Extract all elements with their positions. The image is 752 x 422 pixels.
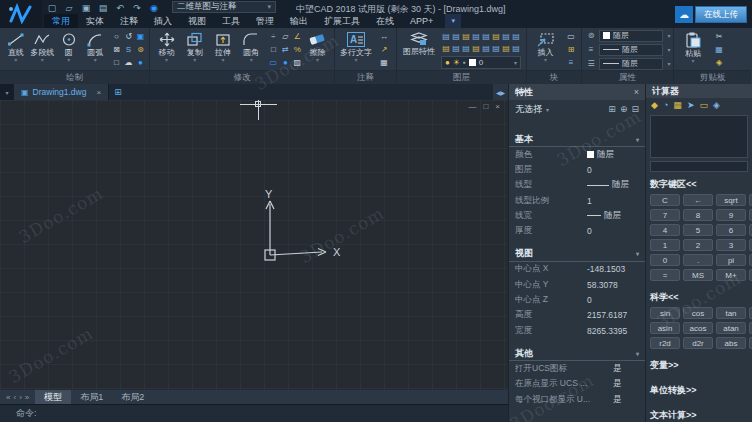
- key-sin[interactable]: sin: [650, 307, 680, 319]
- key-7[interactable]: 7: [650, 209, 680, 221]
- key-abs[interactable]: abs: [716, 337, 746, 349]
- key-9[interactable]: 9: [716, 209, 746, 221]
- layer-tool-icon[interactable]: ▤: [451, 31, 461, 43]
- close-tab-icon[interactable]: ×: [96, 88, 101, 97]
- tab-solid[interactable]: 实体: [78, 14, 112, 28]
- layer-tool-icon[interactable]: ▤: [511, 31, 521, 43]
- document-tab[interactable]: ▣ Drawing1.dwg ×: [14, 84, 109, 100]
- offset-tool-icon[interactable]: ▱: [280, 31, 291, 43]
- layer-tool-icon[interactable]: ▤: [461, 43, 471, 55]
- calc-paste-icon[interactable]: ▦: [673, 100, 682, 110]
- cloud-sync-icon[interactable]: ◉: [148, 3, 160, 13]
- command-line[interactable]: 命令:: [0, 404, 508, 422]
- copy-clip-tool-icon[interactable]: ▦: [712, 44, 726, 56]
- calc-history-icon[interactable]: ◔: [663, 100, 668, 110]
- layer-dropdown[interactable]: ● ☀ ▪ 0 ▾: [441, 56, 521, 69]
- close-icon[interactable]: ×: [634, 87, 639, 97]
- insert-block-button[interactable]: 插入 ▾: [530, 30, 561, 70]
- layer-tool-icon[interactable]: ▤: [481, 31, 491, 43]
- layer-tool-icon[interactable]: ▤: [441, 43, 451, 55]
- key-sqrt[interactable]: sqrt: [716, 194, 746, 206]
- tab-output[interactable]: 输出: [282, 14, 316, 28]
- lineweight-control[interactable]: ☰ 随层 ▾: [585, 58, 673, 70]
- spline-tool-icon[interactable]: S: [123, 44, 134, 56]
- key-backspace[interactable]: ←: [683, 194, 713, 206]
- prev-layout-icon[interactable]: ‹: [13, 393, 16, 402]
- key-tan[interactable]: tan: [716, 307, 746, 319]
- save-as-icon[interactable]: ▤: [97, 3, 109, 13]
- save-icon[interactable]: ▣: [80, 3, 92, 13]
- key-decimal[interactable]: .: [683, 254, 713, 266]
- layer-tool-icon[interactable]: ▤: [471, 43, 481, 55]
- key-cos[interactable]: cos: [683, 307, 713, 319]
- key-clear[interactable]: C: [650, 194, 680, 206]
- dimension-tool-icon[interactable]: ↔: [377, 31, 391, 43]
- explode-tool-icon[interactable]: ▭: [268, 57, 279, 69]
- trim-tool-icon[interactable]: ÷: [268, 31, 279, 43]
- toggle-pickadd-icon[interactable]: ⊟: [631, 104, 639, 114]
- key-asin[interactable]: asin: [650, 322, 680, 334]
- open-file-icon[interactable]: ▱: [63, 3, 75, 13]
- key-2[interactable]: 2: [683, 239, 713, 251]
- polyline-button[interactable]: 多段线 ▾: [30, 30, 56, 70]
- layer-tool-icon[interactable]: ▤: [461, 31, 471, 43]
- revcloud-tool-icon[interactable]: ☁: [123, 57, 134, 69]
- tab-layout2[interactable]: 布局2: [112, 390, 153, 404]
- copy-button[interactable]: 复制 ▾: [181, 30, 208, 70]
- key-pi[interactable]: pi: [716, 254, 746, 266]
- tab-layout1[interactable]: 布局1: [71, 390, 112, 404]
- selection-dropdown[interactable]: 无选择 ▾ ⊞ ⊕ ⊟: [509, 100, 645, 118]
- calculator-history-display[interactable]: [650, 115, 748, 158]
- drawing-canvas[interactable]: — □ × Y X: [0, 100, 508, 390]
- tab-home[interactable]: 常用: [44, 14, 78, 28]
- revision-tool-icon[interactable]: ↺: [123, 31, 134, 43]
- layer-tool-icon[interactable]: ▤: [491, 31, 501, 43]
- mtext-button[interactable]: A 多行文字 ▾: [338, 30, 374, 70]
- variables-section-header[interactable]: 变量>>: [646, 359, 752, 372]
- minimize-icon[interactable]: —: [468, 102, 476, 111]
- key-equals[interactable]: =: [650, 269, 680, 281]
- calc-measure-icon[interactable]: ▭: [699, 100, 708, 110]
- arc-button[interactable]: 圆弧 ▾: [83, 30, 109, 70]
- hatch-tool-icon[interactable]: ⊠: [111, 44, 122, 56]
- keypad-section-header[interactable]: 数字键区<<: [646, 178, 752, 191]
- ellipse-tool-icon[interactable]: ○: [111, 31, 122, 43]
- units-section-header[interactable]: 单位转换>>: [646, 384, 752, 397]
- select-objects-icon[interactable]: ⊕: [620, 104, 628, 114]
- donut-tool-icon[interactable]: ●: [135, 57, 146, 69]
- key-1[interactable]: 1: [650, 239, 680, 251]
- fillet-button[interactable]: 圆角 ▾: [238, 30, 265, 70]
- quick-select-icon[interactable]: ⊞: [608, 104, 616, 114]
- new-drawing-tab-icon[interactable]: ⊞: [109, 84, 127, 100]
- rectangle-tool-icon[interactable]: ▣: [135, 31, 146, 43]
- zwcad-logo[interactable]: [0, 0, 42, 28]
- text-calc-section-header[interactable]: 文本计算>>: [646, 409, 752, 422]
- move-button[interactable]: 移动 ▾: [153, 30, 180, 70]
- layer-tool-icon[interactable]: ▤: [511, 43, 521, 55]
- redo-icon[interactable]: ↷: [131, 3, 143, 13]
- calc-pick-point-icon[interactable]: ➤: [687, 100, 695, 110]
- rotate-tool-icon[interactable]: ∠: [292, 31, 303, 43]
- key-acos[interactable]: acos: [683, 322, 713, 334]
- layer-tool-icon[interactable]: ▤: [451, 43, 461, 55]
- region-tool-icon[interactable]: □: [111, 57, 122, 69]
- break-tool-icon[interactable]: ▨: [292, 57, 303, 69]
- linetype-control[interactable]: ≡ 随层 ▾: [585, 44, 673, 56]
- section-view-header[interactable]: 视图 ▾: [509, 247, 645, 262]
- restore-icon[interactable]: □: [483, 102, 488, 111]
- tab-app-plus[interactable]: APP+: [402, 14, 441, 28]
- array-tool-icon[interactable]: %: [292, 44, 303, 56]
- last-layout-icon[interactable]: »: [25, 393, 29, 402]
- key-atan[interactable]: atan: [716, 322, 746, 334]
- tab-list-toggle-icon[interactable]: ▾: [0, 84, 14, 100]
- calc-options-icon[interactable]: ◈: [713, 100, 720, 110]
- tab-overflow-icon[interactable]: ▾: [445, 14, 461, 28]
- workspace-dropdown[interactable]: 二维草图与注释 ▾: [172, 1, 276, 13]
- tab-online[interactable]: 在线: [368, 14, 402, 28]
- section-basic-header[interactable]: 基本 ▾: [509, 132, 645, 147]
- new-file-icon[interactable]: ▢: [46, 3, 58, 13]
- edit-block-tool-icon[interactable]: ⊞: [564, 44, 578, 56]
- tab-insert[interactable]: 插入: [146, 14, 180, 28]
- layer-tool-icon[interactable]: ▤: [441, 31, 451, 43]
- section-misc-header[interactable]: 其他 ▾: [509, 346, 645, 361]
